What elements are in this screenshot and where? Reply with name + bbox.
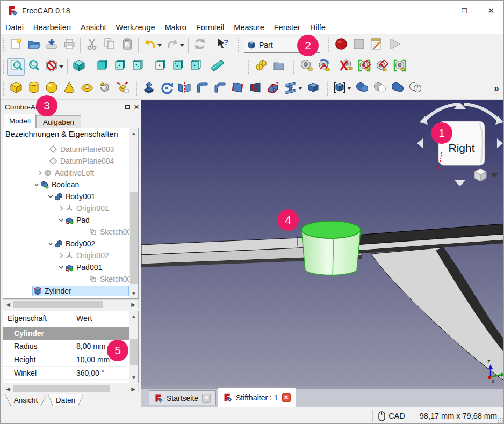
scroll-down-arrow[interactable]: ▼ [129, 374, 138, 381]
scroll-left-arrow[interactable]: ◀ [4, 385, 12, 392]
measure-angular-button[interactable] [315, 58, 333, 76]
tab-stifthalter[interactable]: Stifthalter : 1 ✕ [218, 388, 296, 407]
fillet-button[interactable] [193, 79, 211, 97]
scroll-right-arrow[interactable]: ▶ [129, 385, 137, 392]
property-row-winkel[interactable]: Winkel 360,00 ° [3, 367, 129, 380]
print-button[interactable] [60, 36, 78, 54]
menu-ansicht[interactable]: Ansicht [76, 21, 111, 34]
undo-dropdown-arrow[interactable] [157, 44, 162, 47]
minimize-button[interactable]: — [424, 1, 451, 21]
tree-item-body001[interactable]: Body001 [3, 191, 129, 202]
3d-viewport[interactable]: Right x z Y x [141, 100, 504, 386]
macro-execute-button[interactable] [385, 36, 403, 54]
macro-record-button[interactable] [332, 36, 350, 54]
chevron-right-icon[interactable] [58, 252, 64, 259]
scrollbar-thumb[interactable] [130, 339, 138, 365]
highlighted-cylinder[interactable] [301, 221, 361, 277]
chevron-down-icon[interactable] [58, 264, 64, 271]
scrollbar-thumb[interactable] [13, 301, 103, 308]
menu-hilfe[interactable]: Hilfe [305, 21, 330, 34]
toggle-deltas-button[interactable] [373, 58, 391, 76]
toolbar-overflow-button[interactable]: » [494, 83, 499, 94]
tree-item-pad[interactable]: Pad [3, 214, 129, 226]
bottom-view-button[interactable] [168, 58, 186, 76]
toolbar-handle[interactable] [293, 59, 296, 74]
revolve-button[interactable] [157, 79, 175, 97]
fit-selection-button[interactable] [25, 58, 42, 76]
left-view-button[interactable] [186, 58, 204, 76]
menu-makro[interactable]: Makro [160, 21, 191, 34]
menu-measure[interactable]: Measure [229, 21, 269, 34]
undo-button[interactable] [141, 36, 159, 54]
whatsthis-button[interactable]: ? [213, 36, 231, 54]
measure-linear-button[interactable] [297, 58, 315, 76]
macro-stop-button[interactable] [350, 36, 368, 54]
create-part-button[interactable] [252, 58, 270, 76]
front-view-button[interactable] [92, 58, 110, 76]
macro-edit-button[interactable] [368, 36, 385, 54]
maximize-button[interactable]: ☐ [451, 1, 478, 21]
scroll-right-arrow[interactable]: ▶ [129, 301, 137, 308]
tree-item-body002[interactable]: Body002 [3, 238, 129, 250]
menu-fenster[interactable]: Fenster [269, 21, 305, 34]
tree-vertical-scrollbar[interactable]: ▲ ▼ [129, 128, 138, 298]
chevron-down-icon[interactable] [47, 240, 54, 247]
union-button[interactable] [388, 79, 406, 97]
toolbar-handle[interactable] [135, 81, 138, 96]
menu-formteil[interactable]: Formteil [191, 21, 229, 34]
toggle-measurements-3d-button[interactable] [355, 58, 373, 76]
close-panel-button[interactable]: ✕ [133, 103, 140, 111]
scrollbar-thumb[interactable] [130, 192, 138, 284]
torus-button[interactable] [78, 79, 96, 97]
toolbar-handle[interactable] [3, 38, 5, 53]
tree-item-origin002[interactable]: Origin002 [3, 250, 129, 261]
cylinder-button[interactable] [25, 79, 42, 97]
toolbar-handle[interactable] [3, 81, 5, 96]
scroll-left-arrow[interactable]: ◀ [4, 301, 12, 308]
tree-item-sketch001[interactable]: Sketch00 [3, 226, 129, 238]
measure-distance-button[interactable] [208, 58, 226, 76]
create-group-button[interactable] [270, 58, 287, 76]
tree-item-additiveloft[interactable]: AdditiveLoft [3, 167, 129, 179]
rear-view-button[interactable] [150, 58, 168, 76]
open-button[interactable] [25, 36, 42, 54]
chevron-down-icon[interactable] [47, 193, 54, 200]
redo-button[interactable] [163, 36, 181, 54]
sweep-button[interactable] [282, 79, 299, 97]
paste-button[interactable] [118, 36, 136, 54]
draw-style-dropdown-arrow[interactable] [59, 65, 63, 68]
mirror-button[interactable] [175, 79, 193, 97]
tree-item-zylinder[interactable]: Zylinder [3, 285, 129, 297]
copy-button[interactable] [100, 36, 118, 54]
scrollbar-thumb[interactable] [13, 385, 110, 392]
property-value[interactable]: 10,00 mm [76, 355, 110, 364]
tree-horizontal-scrollbar[interactable]: ◀ ▶ [3, 299, 139, 309]
close-tab-icon[interactable]: ✕ [282, 393, 291, 402]
compound-dropdown-arrow[interactable] [347, 87, 351, 90]
box-button[interactable] [7, 79, 25, 97]
refresh-button[interactable] [191, 36, 208, 54]
ruled-surface-button[interactable] [228, 79, 246, 97]
scroll-up-arrow[interactable]: ▲ [129, 312, 138, 320]
toolbar-handle[interactable] [3, 59, 5, 74]
save-button[interactable] [42, 36, 60, 54]
create-primitives-button[interactable] [96, 79, 113, 97]
toolbar-handle[interactable] [328, 38, 330, 53]
offset-button[interactable] [264, 79, 282, 97]
clear-measurements-button[interactable] [337, 58, 355, 76]
tree-item-boolean[interactable]: Boolean [3, 179, 129, 191]
toggle-measurements-button[interactable] [391, 58, 408, 76]
boolean-button[interactable] [353, 79, 371, 97]
right-view-button[interactable] [128, 58, 146, 76]
tree-item-datumplane003[interactable]: DatumPlane003 [3, 143, 129, 155]
property-value[interactable]: 360,00 ° [76, 369, 104, 377]
nav-style-selector[interactable]: CAD [378, 411, 408, 421]
tab-modell[interactable]: Modell [4, 114, 36, 128]
tree-item-datumplane004[interactable]: DatumPlane004 [3, 155, 129, 167]
chevron-down-icon[interactable] [33, 181, 40, 188]
chamfer-button[interactable] [211, 79, 228, 97]
make-face-button[interactable] [246, 79, 264, 97]
top-view-button[interactable] [110, 58, 128, 76]
chevron-right-icon[interactable] [58, 205, 64, 211]
toolbar-handle[interactable] [237, 38, 240, 53]
